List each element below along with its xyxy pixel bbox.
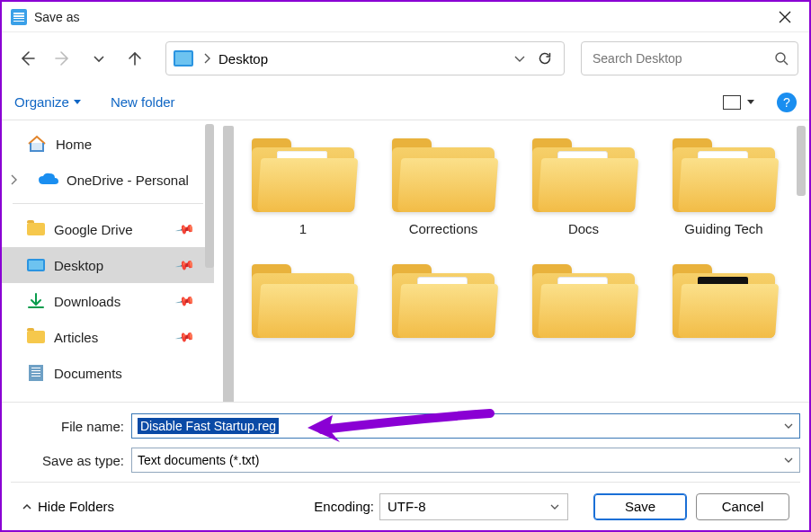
folder-item[interactable]: Docs — [520, 135, 647, 239]
sidebar-scrollbar[interactable] — [205, 124, 214, 268]
sidebar-item-label: OneDrive - Personal — [67, 173, 189, 188]
sidebar-divider — [13, 203, 203, 204]
pin-icon: 📌 — [174, 291, 195, 312]
arrow-left-icon — [18, 49, 36, 67]
nav-arrows — [13, 44, 149, 73]
organize-label: Organize — [14, 94, 69, 110]
pin-icon: 📌 — [174, 255, 195, 276]
folder-label: Guiding Tech — [684, 221, 762, 239]
save-button[interactable]: Save — [593, 493, 687, 520]
encoding-select[interactable]: UTF-8 — [379, 493, 568, 520]
folder-icon — [252, 135, 354, 212]
encoding-label: Encoding: — [314, 499, 379, 514]
up-button[interactable] — [120, 44, 149, 73]
caret-down-icon[interactable] — [746, 99, 755, 106]
content-area: Home OneDrive - Personal Google Drive 📌 … — [2, 120, 809, 402]
sidebar-item-label: Documents — [54, 366, 122, 381]
folder-label: Docs — [568, 221, 599, 239]
desktop-icon — [174, 50, 193, 66]
organize-menu[interactable]: Organize — [14, 94, 82, 110]
cancel-button[interactable]: Cancel — [696, 493, 789, 520]
chevron-down-icon — [783, 421, 794, 431]
sidebar-home[interactable]: Home — [2, 126, 214, 162]
svg-point-0 — [776, 53, 785, 62]
encoding-value: UTF-8 — [388, 499, 426, 514]
pin-icon: 📌 — [174, 219, 195, 240]
back-button[interactable] — [13, 44, 41, 73]
new-folder-button[interactable]: New folder — [111, 94, 175, 110]
folder-icon — [532, 261, 635, 338]
sidebar-item-label: Home — [56, 137, 92, 152]
titlebar: Save as — [2, 2, 809, 32]
home-icon — [27, 135, 47, 153]
file-grid-area: 1 Corrections Docs Guiding Tech — [218, 120, 809, 402]
address-text: Desktop — [218, 51, 268, 66]
search-icon — [774, 51, 789, 66]
sidebar-item-label: Desktop — [54, 258, 103, 273]
folder-label: Corrections — [409, 221, 478, 239]
refresh-icon[interactable] — [537, 50, 553, 66]
close-button[interactable] — [764, 2, 806, 31]
hide-folders-label: Hide Folders — [38, 499, 114, 514]
sidebar-item-googledrive[interactable]: Google Drive 📌 — [2, 211, 214, 247]
sidebar-item-articles[interactable]: Articles 📌 — [2, 319, 214, 355]
folder-icon — [532, 135, 635, 212]
folder-item[interactable] — [660, 261, 788, 365]
folder-icon — [27, 223, 45, 235]
search-box[interactable] — [581, 41, 798, 75]
footer: Hide Folders Encoding: UTF-8 Save Cancel — [11, 482, 800, 530]
folder-icon — [392, 135, 495, 212]
chevron-down-icon — [93, 52, 105, 65]
sidebar-item-documents[interactable]: Documents — [2, 355, 214, 391]
app-icon — [11, 9, 27, 25]
chevron-down-icon — [549, 501, 560, 512]
onedrive-icon — [38, 173, 59, 187]
type-field[interactable]: Text documents (*.txt) — [131, 448, 800, 473]
view-mode-button[interactable] — [723, 95, 741, 110]
forward-button[interactable] — [49, 44, 77, 73]
search-input[interactable] — [591, 50, 774, 66]
sidebar: Home OneDrive - Personal Google Drive 📌 … — [2, 120, 214, 402]
arrow-right-icon — [54, 49, 72, 67]
recent-dropdown[interactable] — [85, 44, 113, 73]
sidebar-item-label: Articles — [54, 330, 98, 345]
address-bar[interactable]: Desktop — [165, 41, 565, 75]
chevron-down-icon[interactable] — [513, 52, 526, 65]
folder-item[interactable] — [520, 261, 647, 365]
new-folder-label: New folder — [111, 94, 175, 110]
folder-item[interactable] — [379, 261, 507, 365]
view-controls: ? — [723, 93, 797, 112]
toolbar: Organize New folder ? — [2, 84, 809, 120]
arrow-up-icon — [126, 49, 144, 67]
sidebar-item-label: Google Drive — [54, 222, 133, 237]
folder-item[interactable] — [239, 261, 367, 365]
folder-icon — [252, 261, 354, 338]
folder-icon — [673, 135, 775, 212]
type-label: Save as type: — [11, 453, 131, 468]
folder-icon — [27, 331, 45, 343]
chevron-right-icon — [9, 174, 18, 185]
chevron-up-icon — [22, 501, 32, 512]
sidebar-item-desktop[interactable]: Desktop 📌 — [2, 247, 214, 283]
folder-item[interactable]: Guiding Tech — [660, 135, 788, 239]
chevron-down-icon — [783, 455, 794, 466]
folder-item[interactable]: 1 — [239, 135, 367, 239]
sidebar-item-downloads[interactable]: Downloads 📌 — [2, 283, 214, 319]
desktop-icon — [27, 259, 45, 271]
nav-row: Desktop — [2, 32, 809, 84]
sidebar-onedrive[interactable]: OneDrive - Personal — [2, 162, 214, 198]
main-scrollbar[interactable] — [797, 126, 806, 196]
caret-down-icon — [73, 99, 82, 106]
filename-field[interactable]: Disable Fast Startup.reg — [131, 413, 800, 439]
bottom-panel: File name: Disable Fast Startup.reg Save… — [2, 402, 809, 530]
file-grid: 1 Corrections Docs Guiding Tech — [218, 120, 809, 365]
folder-label: 1 — [299, 221, 307, 239]
type-value: Text documents (*.txt) — [138, 453, 259, 467]
window-title: Save as — [34, 10, 80, 24]
folder-icon — [673, 261, 775, 338]
folder-item[interactable]: Corrections — [379, 135, 507, 239]
filename-label: File name: — [11, 419, 131, 434]
hide-folders-button[interactable]: Hide Folders — [22, 499, 114, 514]
folder-icon — [392, 261, 495, 338]
help-button[interactable]: ? — [777, 93, 797, 112]
